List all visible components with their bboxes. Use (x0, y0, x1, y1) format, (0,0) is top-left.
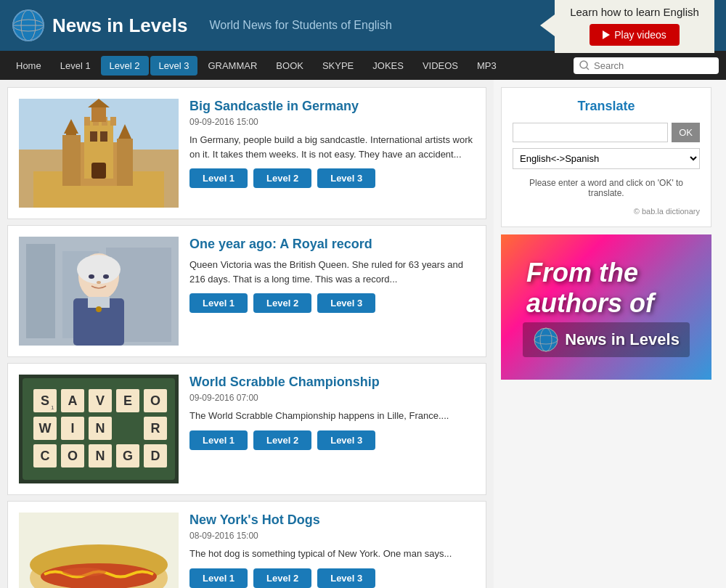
svg-text:W: W (39, 421, 52, 436)
translate-input[interactable] (513, 123, 668, 142)
article-1-level1-btn[interactable]: Level 1 (189, 168, 248, 188)
svg-text:G: G (123, 449, 133, 463)
nav-home[interactable]: Home (7, 56, 50, 75)
article-3-level2-btn[interactable]: Level 2 (253, 430, 311, 450)
sidebar: Translate OK English<->Spanish Please en… (494, 80, 719, 588)
news-card: One year ago: A Royal record Queen Victo… (7, 225, 486, 357)
article-1-levels: Level 1 Level 2 Level 3 (189, 168, 475, 188)
article-1-level3-btn[interactable]: Level 3 (317, 168, 375, 188)
article-2-excerpt: Queen Victoria was the British Queen. Sh… (189, 258, 475, 286)
nav-mp3[interactable]: MP3 (468, 56, 505, 75)
svg-point-38 (97, 281, 101, 284)
play-videos-button[interactable]: Play videos (590, 24, 680, 46)
authors-line2: authors of (526, 288, 654, 319)
hotdog-image (19, 513, 179, 588)
queen-image (19, 237, 179, 346)
svg-rect-24 (66, 134, 76, 135)
svg-text:O: O (68, 449, 78, 463)
promo-title: Learn how to learn English (568, 6, 701, 18)
svg-point-32 (77, 255, 121, 284)
svg-point-74 (62, 568, 106, 576)
authors-line1: From the (526, 258, 654, 288)
article-1-date: 09-09-2016 15:00 (189, 117, 475, 127)
nav-level1[interactable]: Level 1 (52, 56, 99, 75)
article-1-excerpt: In Germany, people build a big sandcastl… (189, 133, 475, 161)
article-3-content: World Scrabble Championship 09-09-2016 0… (189, 375, 475, 483)
article-1-thumbnail (19, 99, 179, 208)
translate-title: Translate (513, 99, 700, 114)
nav-book[interactable]: BOOK (267, 56, 312, 75)
site-header: News in Levels World News for Students o… (0, 0, 726, 51)
logo-area[interactable]: News in Levels (12, 9, 187, 42)
bab-credit: © bab.la dictionary (513, 207, 700, 216)
translate-hint: Please enter a word and click on 'OK' to… (513, 178, 700, 198)
article-2-level2-btn[interactable]: Level 2 (253, 293, 311, 313)
article-3-date: 09-09-2016 07:00 (189, 393, 475, 403)
svg-text:R: R (151, 421, 160, 436)
svg-rect-28 (26, 244, 55, 338)
language-select[interactable]: English<->Spanish (513, 148, 700, 169)
article-1-title[interactable]: Big Sandcastle in Germany (189, 99, 475, 114)
svg-text:V: V (96, 393, 105, 408)
authors-logo-text: News in Levels (565, 330, 680, 349)
article-2-levels: Level 1 Level 2 Level 3 (189, 293, 475, 313)
nav-videos[interactable]: VIDEOS (414, 56, 467, 75)
article-4-level1-btn[interactable]: Level 1 (189, 568, 248, 588)
article-4-levels: Level 1 Level 2 Level 3 (189, 568, 475, 588)
article-3-level3-btn[interactable]: Level 3 (317, 430, 375, 450)
svg-point-37 (103, 274, 109, 279)
news-card: New York's Hot Dogs 08-09-2016 15:00 The… (7, 501, 486, 588)
article-2-level1-btn[interactable]: Level 1 (189, 293, 248, 313)
svg-rect-14 (84, 117, 90, 126)
svg-point-35 (96, 306, 102, 312)
svg-text:A: A (68, 393, 78, 408)
svg-rect-17 (110, 117, 116, 126)
svg-point-5 (580, 61, 587, 68)
svg-text:D: D (151, 449, 160, 463)
nav-skype[interactable]: SKYPE (314, 56, 362, 75)
svg-rect-20 (90, 131, 97, 142)
article-1-content: Big Sandcastle in Germany 09-09-2016 15:… (189, 99, 475, 208)
news-card: S 1 A V E W I N (7, 363, 486, 495)
article-4-level2-btn[interactable]: Level 2 (253, 568, 311, 588)
search-box[interactable] (574, 57, 719, 74)
article-3-thumbnail: S 1 A V E W I N (19, 375, 179, 483)
news-card: Big Sandcastle in Germany 09-09-2016 15:… (7, 87, 486, 219)
svg-rect-34 (88, 297, 110, 308)
svg-rect-12 (117, 139, 133, 186)
article-2-level3-btn[interactable]: Level 3 (317, 293, 375, 313)
promo-box: Learn how to learn English Play videos (555, 0, 714, 53)
translate-widget: Translate OK English<->Spanish Please en… (501, 87, 711, 227)
article-1-level2-btn[interactable]: Level 2 (253, 168, 311, 188)
nav-level2[interactable]: Level 2 (101, 56, 149, 75)
authors-box[interactable]: From the authors of News in Levels (501, 234, 711, 380)
article-3-title[interactable]: World Scrabble Championship (189, 375, 475, 390)
svg-text:I: I (70, 421, 74, 436)
translate-input-row: OK (513, 123, 700, 142)
nav-grammar[interactable]: GRAMMAR (199, 56, 266, 75)
article-4-title[interactable]: New York's Hot Dogs (189, 513, 475, 528)
article-4-date: 08-09-2016 15:00 (189, 531, 475, 541)
search-icon (579, 60, 590, 70)
svg-text:1: 1 (51, 404, 54, 411)
authors-globe-icon (533, 327, 559, 353)
article-4-excerpt: The hot dog is something typical of New … (189, 547, 475, 561)
article-3-excerpt: The World Scrabble Championship happens … (189, 409, 475, 423)
news-list: Big Sandcastle in Germany 09-09-2016 15:… (0, 80, 494, 588)
nav-level3[interactable]: Level 3 (150, 56, 198, 75)
svg-rect-22 (91, 163, 106, 179)
svg-text:O: O (150, 393, 160, 408)
svg-text:N: N (96, 421, 105, 436)
svg-text:E: E (123, 393, 132, 408)
nav-jokes[interactable]: JOKES (364, 56, 412, 75)
authors-logo-row: News in Levels (523, 322, 690, 357)
sandcastle-image (19, 99, 179, 208)
search-input[interactable] (594, 60, 710, 71)
article-2-thumbnail (19, 237, 179, 346)
article-4-level3-btn[interactable]: Level 3 (317, 568, 375, 588)
article-4-content: New York's Hot Dogs 08-09-2016 15:00 The… (189, 513, 475, 588)
svg-text:S: S (41, 393, 49, 408)
article-2-title[interactable]: One year ago: A Royal record (189, 237, 475, 252)
article-3-level1-btn[interactable]: Level 1 (189, 430, 248, 450)
translate-ok-button[interactable]: OK (672, 123, 700, 142)
